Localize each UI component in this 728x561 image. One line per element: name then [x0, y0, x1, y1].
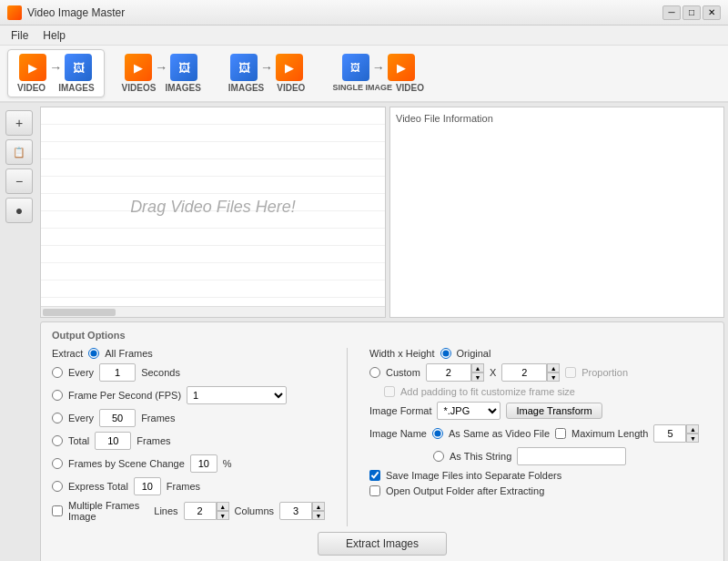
columns-label: Columns — [235, 505, 274, 516]
scene-label: Frames by Scene Change — [68, 458, 185, 469]
lines-label: Lines — [154, 505, 177, 516]
string-input[interactable] — [517, 447, 626, 465]
scrollbar-thumb[interactable] — [43, 309, 116, 316]
max-length-input[interactable] — [653, 424, 686, 443]
checkbox-proportion[interactable] — [565, 367, 576, 378]
menu-bar: File Help — [0, 26, 728, 46]
video-icon-2: ▶ — [125, 54, 152, 81]
row-open-folder: Open Output Folder after Extracting — [369, 485, 713, 496]
remove-button[interactable]: − — [5, 168, 33, 194]
padding-label: Add padding to fit customize frame size — [400, 386, 575, 397]
options-divider — [347, 348, 348, 526]
drop-lines: Drag Video Files Here! — [41, 107, 385, 306]
columns-down-btn[interactable]: ▼ — [312, 511, 325, 520]
checkbox-padding[interactable] — [384, 386, 395, 397]
columns-input[interactable] — [279, 502, 312, 520]
options-panel: Output Options Extract All Frames Every — [40, 321, 724, 561]
max-length-down-btn[interactable]: ▼ — [686, 434, 699, 443]
images-icon-4: 🖼 — [342, 54, 369, 81]
lines-input[interactable] — [184, 502, 217, 520]
options-left: Extract All Frames Every Seconds F — [52, 348, 325, 526]
app-icon — [7, 5, 22, 20]
arrow-icon-2: → — [155, 60, 167, 75]
tab-icons-3: 🖼 → ▶ — [230, 54, 303, 81]
radio-same-as-video[interactable] — [432, 428, 443, 439]
checkbox-multiple-frames[interactable] — [52, 505, 63, 516]
row-every-frames: Every Frames — [52, 409, 325, 427]
left-sidebar: + 📋 − ● — [4, 107, 36, 561]
record-button[interactable]: ● — [5, 198, 33, 223]
seconds-value-input[interactable] — [99, 363, 136, 382]
radio-original[interactable] — [440, 348, 451, 359]
fps-select[interactable]: 1 2 5 10 — [187, 386, 287, 404]
checkbox-save-folders[interactable] — [369, 470, 380, 481]
radio-custom[interactable] — [369, 367, 380, 378]
transform-button[interactable]: Image Transform — [506, 403, 602, 419]
radio-all-frames[interactable] — [88, 348, 99, 359]
checkbox-max-length[interactable] — [555, 428, 566, 439]
height-input[interactable] — [501, 363, 547, 382]
tab-icons-4: 🖼 → ▶ — [342, 54, 415, 81]
radio-every-frames[interactable] — [52, 413, 63, 423]
radio-every-seconds[interactable] — [52, 367, 63, 378]
options-right: Width x Height Original Custom ▲ ▼ — [369, 348, 713, 526]
scene-value-input[interactable] — [190, 454, 217, 473]
total-label: Total — [68, 435, 89, 446]
row-image-name-2: As This String — [433, 447, 713, 465]
radio-fps[interactable] — [52, 390, 63, 401]
horizontal-scrollbar[interactable] — [41, 306, 385, 317]
tab-label-video-1: VIDEO — [17, 83, 46, 93]
paste-button[interactable]: 📋 — [5, 139, 33, 165]
add-button[interactable]: + — [5, 110, 33, 136]
frames-label-2: Frames — [136, 435, 170, 446]
extract-label: Extract — [52, 348, 83, 359]
tab-video-to-images[interactable]: ▶ → 🖼 VIDEO IMAGES — [7, 49, 105, 97]
every-frames-input[interactable] — [99, 409, 136, 427]
row-add-padding: Add padding to fit customize frame size — [384, 386, 713, 397]
close-button[interactable]: ✕ — [703, 5, 721, 20]
checkbox-open-folder[interactable] — [369, 485, 380, 496]
height-down-btn[interactable]: ▼ — [547, 372, 560, 382]
minimize-button[interactable]: ─ — [662, 5, 681, 20]
seconds-unit-label: Seconds — [141, 367, 180, 378]
width-down-btn[interactable]: ▼ — [471, 372, 484, 382]
row-scene-change: Frames by Scene Change % — [52, 454, 325, 473]
lines-down-btn[interactable]: ▼ — [217, 511, 229, 520]
radio-as-string[interactable] — [433, 451, 444, 462]
express-value-input[interactable] — [134, 477, 161, 495]
tab-videos-to-images[interactable]: ▶ → 🖼 VIDEOS IMAGES — [112, 49, 211, 97]
width-spinner-btns: ▲ ▼ — [471, 363, 484, 382]
width-up-btn[interactable]: ▲ — [471, 363, 484, 372]
video-drop-area[interactable]: Drag Video Files Here! — [40, 107, 386, 318]
width-input[interactable] — [426, 363, 471, 382]
radio-express[interactable] — [52, 481, 63, 492]
row-all-frames: Extract All Frames — [52, 348, 325, 359]
tab-label-images-1: IMAGES — [58, 83, 94, 93]
top-panels: Drag Video Files Here! Video File Inform… — [40, 107, 724, 318]
format-select[interactable]: *.JPG *.PNG *.BMP — [437, 402, 500, 420]
lines-up-btn[interactable]: ▲ — [217, 502, 229, 511]
max-length-spinner-btns: ▲ ▼ — [686, 424, 699, 443]
columns-up-btn[interactable]: ▲ — [312, 502, 325, 511]
tab-single-image-to-video[interactable]: 🖼 → ▶ SINGLE IMAGE VIDEO — [322, 49, 434, 97]
total-value-input[interactable] — [95, 432, 131, 450]
max-length-up-btn[interactable]: ▲ — [686, 424, 699, 434]
extract-button[interactable]: Extract Images — [318, 532, 447, 556]
tab-images-to-video[interactable]: 🖼 → ▶ IMAGES VIDEO — [218, 49, 316, 97]
height-spinner-btns: ▲ ▼ — [547, 363, 560, 382]
every-label-1: Every — [68, 367, 94, 378]
wh-label: Width x Height — [369, 348, 435, 359]
title-bar: Video Image Master ─ □ ✕ — [0, 0, 728, 26]
row-image-name-1: Image Name As Same as Video File Maximum… — [369, 424, 713, 443]
row-fps: Frame Per Second (FPS) 1 2 5 10 — [52, 386, 325, 404]
tab-icons-1: ▶ → 🖼 — [19, 54, 92, 81]
radio-scene[interactable] — [52, 458, 63, 469]
columns-spinner: ▲ ▼ — [279, 502, 325, 520]
menu-file[interactable]: File — [4, 27, 35, 44]
open-folder-label: Open Output Folder after Extracting — [386, 485, 544, 496]
radio-total[interactable] — [52, 435, 63, 446]
video-icon-4: ▶ — [388, 54, 415, 81]
height-up-btn[interactable]: ▲ — [547, 363, 560, 372]
menu-help[interactable]: Help — [35, 27, 73, 44]
maximize-button[interactable]: □ — [682, 5, 701, 20]
